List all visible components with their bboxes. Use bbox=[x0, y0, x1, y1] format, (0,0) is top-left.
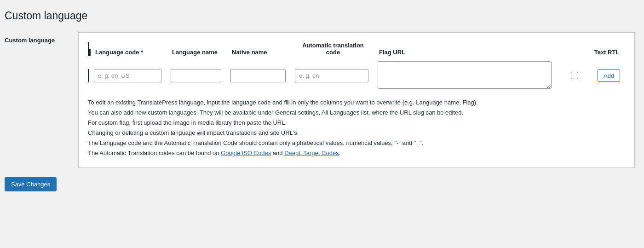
info-line-6: The Automatic Translation codes can be f… bbox=[88, 148, 625, 158]
info-line-2: You can also add new custom languages. T… bbox=[88, 108, 625, 118]
page-title: Custom language bbox=[5, 9, 635, 23]
table-row: Add bbox=[88, 61, 625, 90]
section-label: Custom language bbox=[5, 32, 78, 44]
add-button[interactable]: Add bbox=[598, 69, 620, 82]
col-header-native-name: Native name bbox=[227, 49, 292, 56]
cell-native-name bbox=[226, 69, 290, 82]
lang-code-input[interactable] bbox=[94, 69, 161, 82]
info-line-1: To edit an existing TranslatePress langu… bbox=[88, 98, 625, 108]
native-name-input[interactable] bbox=[230, 69, 286, 82]
cell-flag-url bbox=[373, 61, 556, 90]
info-line-4: Changing or deleting a custom language w… bbox=[88, 128, 625, 138]
section-content: Language code * Language name Native nam… bbox=[78, 32, 635, 168]
col-header-text-rtl: Text RTL bbox=[588, 49, 625, 56]
lang-name-input[interactable] bbox=[171, 69, 221, 82]
col-header-lang-name: Language name bbox=[167, 49, 227, 56]
col-header-lang-code: Language code * bbox=[89, 49, 167, 56]
info-line-3: For custom flag, first upload the image … bbox=[88, 118, 625, 128]
info-text: To edit an existing TranslatePress langu… bbox=[88, 98, 625, 159]
cell-lang-code bbox=[88, 69, 166, 82]
info-line-5: The Language code and the Automatic Tran… bbox=[88, 138, 625, 148]
deepl-target-codes-link[interactable]: DeepL Target Codes bbox=[284, 150, 339, 156]
col-header-auto-code: Automatic translation code bbox=[292, 42, 374, 56]
cell-add: Add bbox=[593, 69, 625, 82]
text-rtl-checkbox[interactable] bbox=[571, 72, 578, 79]
google-iso-codes-link[interactable]: Google ISO Codes bbox=[221, 150, 271, 156]
auto-code-input[interactable] bbox=[295, 69, 368, 82]
table-header: Language code * Language name Native nam… bbox=[88, 42, 625, 56]
settings-section: Custom language Language code * Language… bbox=[5, 32, 635, 168]
save-changes-button[interactable]: Save Changes bbox=[5, 177, 57, 191]
cell-lang-name bbox=[166, 69, 226, 82]
col-header-flag-url: Flag URL bbox=[374, 49, 588, 56]
flag-url-input[interactable] bbox=[378, 61, 552, 89]
cell-auto-code bbox=[290, 69, 373, 82]
cell-rtl bbox=[556, 72, 593, 79]
